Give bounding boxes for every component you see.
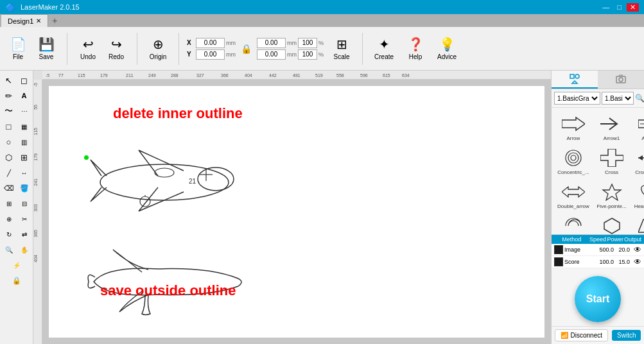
connection-bar: 📶 Disconnect Switch (552, 326, 644, 344)
curve-tool[interactable]: 〜 (2, 104, 16, 118)
pointer-tool[interactable]: ↖ (2, 73, 16, 87)
lock-layer[interactable]: 🔒 (10, 273, 24, 288)
wifi-icon: 📶 (561, 332, 568, 339)
eraser-tool[interactable]: ⌫ (2, 181, 16, 195)
new-tab-btn[interactable]: + (48, 14, 61, 27)
rotate-tool[interactable]: ↻ (2, 227, 16, 241)
rp-tab-shapes[interactable] (552, 71, 598, 89)
svg-marker-29 (638, 219, 644, 232)
shape-item-double-arrow[interactable]: Double_arrow (555, 180, 591, 211)
shape-group-1-dropdown[interactable]: 1.BasicGra (554, 92, 600, 105)
text-tool[interactable]: A (17, 89, 31, 103)
align-tool[interactable]: ⊞ (2, 196, 16, 211)
create-btn[interactable]: ✦ Create (370, 34, 397, 63)
disconnect-btn[interactable]: 📶 Disconnect (555, 329, 608, 341)
shape-item-parallelogram[interactable]: Parallelogram (632, 214, 644, 234)
rv-label-5: 241 (33, 178, 42, 186)
w-input[interactable] (257, 38, 286, 48)
unknown-tool-3[interactable]: ▥ (17, 135, 31, 149)
save-icon: 💾 (39, 37, 55, 52)
distribute-tool[interactable]: ⊟ (17, 196, 31, 211)
switch-btn[interactable]: Switch (612, 330, 641, 341)
h-input[interactable] (257, 49, 286, 60)
node-tool[interactable]: ◻ (17, 73, 31, 87)
airplane-bottom-svg (81, 240, 254, 323)
select-tools: ↖ ◻ (2, 73, 31, 87)
x-input[interactable] (196, 38, 225, 48)
redo-btn[interactable]: ↪ Redo (103, 34, 129, 63)
measure-tool[interactable]: ↔ (17, 166, 31, 180)
tab-design1[interactable]: Design1 ✕ (1, 14, 48, 27)
shape-item-helical[interactable]: Helical_line (555, 214, 591, 234)
hand-tool[interactable]: ✋ (17, 243, 31, 257)
tab-close-btn[interactable]: ✕ (36, 17, 41, 24)
shape-item-concentric[interactable]: Concentric_... (555, 146, 591, 177)
advice-btn[interactable]: 💡 Advice (433, 34, 460, 63)
double-arrow-shape-icon (561, 182, 586, 202)
concentric-shape-icon (561, 148, 586, 168)
canvas-area: -5 77 115 179 211 249 288 327 366 404 44… (33, 71, 551, 344)
laser-tool[interactable]: ⚡ (10, 258, 24, 272)
save-btn[interactable]: 💾 Save (33, 34, 59, 63)
shape-item-arrow1[interactable]: Arrow1 (594, 112, 629, 143)
w-coord-row: mm % (257, 38, 324, 48)
undo-btn[interactable]: ↩ Undo (75, 34, 101, 63)
start-button[interactable]: Start (575, 276, 621, 322)
pen-tool[interactable]: ✏ (2, 89, 16, 103)
shape-item-arrow[interactable]: Arrow (555, 112, 591, 143)
shape-item-cross-arrow[interactable]: Cross_arrow (632, 146, 644, 177)
ruler-vertical: -5 55 115 179 241 303 365 404 (33, 80, 42, 344)
layer-power-score: 15.0 (616, 259, 633, 265)
h-pct-input[interactable] (298, 49, 317, 60)
shape-item-cross[interactable]: Cross (594, 146, 629, 177)
lock-icon[interactable]: 🔒 (241, 44, 252, 54)
unknown-tool-2[interactable]: ▦ (17, 119, 31, 133)
polygon-tool[interactable]: ⬡ (2, 150, 16, 164)
shape-arrow2-label: Arrow2 (641, 135, 644, 141)
file-btn[interactable]: 📄 File (5, 34, 31, 63)
close-btn[interactable]: ✕ (627, 3, 639, 12)
shape-item-heart[interactable]: Heart-shaped (632, 180, 644, 211)
trim-tool[interactable]: ✂ (17, 212, 31, 226)
w-pct-input[interactable] (298, 38, 317, 48)
layer-eye-score[interactable]: 👁 (634, 257, 641, 266)
svg-point-12 (619, 78, 623, 82)
canvas-main[interactable]: delete inner outline (42, 80, 551, 344)
svg-point-9 (575, 74, 579, 78)
layer-name-score: Score (564, 259, 597, 265)
rv-label-1: -5 (33, 83, 42, 87)
minimize-btn[interactable]: — (600, 3, 612, 12)
window-controls: — □ ✕ (600, 3, 639, 12)
rect-tool[interactable]: □ (2, 119, 16, 133)
shape-tools-4: ⬡ ⊞ (2, 150, 31, 164)
grid-tool[interactable]: ⊞ (17, 150, 31, 164)
maximize-btn[interactable]: □ (614, 3, 624, 12)
layer-eye-image[interactable]: 👁 (634, 245, 641, 254)
shape-item-five-point[interactable]: Five-pointe... (594, 180, 629, 211)
main-toolbar: 📄 File 💾 Save ↩ Undo ↪ Redo ⊕ Origin X m… (0, 27, 644, 71)
scale-btn[interactable]: ⊞ Scale (329, 34, 354, 63)
layer-row-image[interactable]: Image 500.0 20.0 👁 (552, 244, 644, 256)
combine-tool[interactable]: ⊕ (2, 212, 16, 226)
rp-tab-camera[interactable] (598, 71, 644, 89)
ellipse-tool[interactable]: ○ (2, 135, 16, 149)
shape-search-btn[interactable]: 🔍 (635, 92, 644, 105)
svg-point-18 (571, 155, 576, 160)
flip-tool[interactable]: ⇄ (17, 227, 31, 241)
shape-cross-arrow-label: Cross_arrow (635, 169, 644, 175)
line-tool[interactable]: ╱ (2, 166, 16, 180)
layer-row-score[interactable]: Score 100.0 15.0 👁 (552, 256, 644, 268)
origin-btn[interactable]: ⊕ Origin (145, 34, 171, 63)
y-input[interactable] (196, 49, 225, 60)
shape-item-arrow2[interactable]: Arrow2 (632, 112, 644, 143)
y-label: Y (187, 51, 195, 58)
help-btn[interactable]: ❓ Help (403, 34, 428, 63)
shape-group-2-dropdown[interactable]: 1.Basic (602, 92, 634, 105)
unknown-tool-1[interactable]: ⋯ (17, 104, 31, 118)
shape-item-hexagonal[interactable]: Hexagonal_... (594, 214, 629, 234)
svg-rect-8 (570, 74, 574, 78)
paint-tool[interactable]: 🪣 (17, 181, 31, 195)
zoom-tool[interactable]: 🔍 (2, 243, 16, 257)
x-label: X (187, 39, 195, 46)
main-layout: ↖ ◻ ✏ A 〜 ⋯ □ ▦ ○ ▥ ⬡ ⊞ ╱ ↔ ⌫ 🪣 (0, 71, 644, 344)
